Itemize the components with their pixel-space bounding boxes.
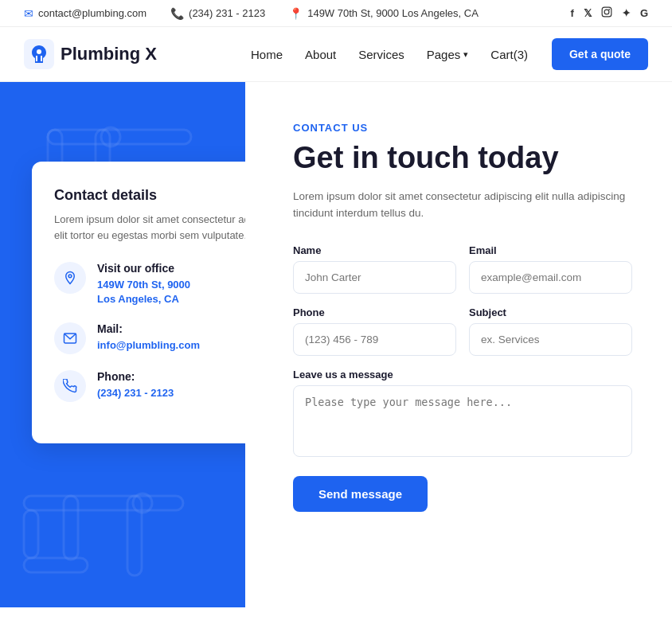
mail-detail: Mail: info@plumbling.com [54,322,245,354]
name-input[interactable] [293,261,456,294]
chevron-down-icon: ▾ [463,49,468,60]
left-section: Contact details Lorem ipsum dolor sit am… [0,82,245,607]
topbar-phone: 📞 (234) 231 - 2123 [170,7,265,20]
main-content: Contact details Lorem ipsum dolor sit am… [0,82,672,607]
message-label: Leave us a message [293,369,632,380]
name-email-row: Name Email [293,244,632,294]
contact-card-title: Contact details [54,187,245,204]
svg-rect-12 [24,510,38,558]
topbar-address-text: 149W 70th St, 9000 Los Angeles, CA [307,7,479,19]
email-input[interactable] [469,261,632,294]
email-icon: ✉ [24,7,33,20]
office-icon [54,262,86,294]
contact-card: Contact details Lorem ipsum dolor sit am… [32,162,245,443]
phone-info: Phone: (234) 231 - 2123 [97,370,174,400]
phone-detail-icon [54,370,86,402]
phone-label: Phone [293,306,456,318]
svg-point-2 [608,9,610,10]
social-twitter[interactable]: 𝕏 [584,7,592,19]
topbar: ✉ contact@plumbing.com 📞 (234) 231 - 212… [0,0,672,27]
mail-info: Mail: info@plumbling.com [97,322,200,353]
topbar-phone-text: (234) 231 - 2123 [189,7,265,19]
svg-point-17 [68,275,72,278]
social-instagram[interactable] [601,6,612,20]
subject-group: Subject [469,306,632,356]
nav-services[interactable]: Services [358,48,404,61]
email-group: Email [469,244,632,294]
phone-group: Phone [293,306,456,356]
topbar-email: ✉ contact@plumbing.com [24,7,147,20]
message-group: Leave us a message [293,369,632,457]
svg-point-1 [604,10,609,14]
right-section: CONTACT US Get in touch today Lorem ipsu… [245,82,672,607]
svg-rect-0 [602,7,611,17]
contact-description: Lorem ipsum dolor sit amet consectetur a… [293,188,632,222]
svg-rect-13 [24,558,88,572]
office-address: 149W 70th St, 9000Los Angeles, CA [97,278,190,306]
contact-section-label: CONTACT US [293,122,632,134]
social-google[interactable]: G [640,7,648,19]
email-label: Email [469,244,632,256]
location-icon: 📍 [289,7,303,20]
subject-input[interactable] [469,323,632,356]
svg-rect-9 [24,496,183,510]
nav-home[interactable]: Home [251,48,283,61]
phone-subject-row: Phone Subject [293,306,632,356]
get-quote-button[interactable]: Get a quote [552,38,648,70]
nav-cart[interactable]: Cart(3) [490,48,528,61]
social-facebook[interactable]: f [571,7,574,19]
phone-input[interactable] [293,323,456,356]
phone-icon: 📞 [170,7,184,20]
topbar-address: 📍 149W 70th St, 9000 Los Angeles, CA [289,7,479,20]
contact-card-desc: Lorem ipsum dolor sit amet consectetur a… [54,212,245,243]
mail-icon [54,322,86,354]
nav-about[interactable]: About [305,48,336,61]
contact-form: Name Email Phone Subject [293,244,632,512]
svg-rect-10 [64,496,78,560]
nav-links: Home About Services Pages ▾ Cart(3) [251,48,528,61]
nav-pages-dropdown[interactable]: Pages ▾ [427,48,469,61]
logo[interactable]: Plumbing X [24,39,157,69]
send-message-button[interactable]: Send message [293,476,428,512]
name-group: Name [293,244,456,294]
message-input[interactable] [293,385,632,457]
logo-text: Plumbing X [61,44,157,64]
office-detail: Visit our office 149W 70th St, 9000Los A… [54,262,245,306]
social-links: f 𝕏 ✦ G [571,6,648,20]
contact-title: Get in touch today [293,140,632,177]
phone-detail: Phone: (234) 231 - 2123 [54,370,245,402]
office-info: Visit our office 149W 70th St, 9000Los A… [97,262,190,306]
logo-icon [24,39,54,69]
svg-point-4 [37,49,41,54]
social-yelp[interactable]: ✦ [622,7,631,19]
navbar: Plumbing X Home About Services Pages ▾ C… [0,27,672,82]
topbar-email-text: contact@plumbing.com [38,7,147,19]
name-label: Name [293,244,456,256]
subject-label: Subject [469,306,632,318]
